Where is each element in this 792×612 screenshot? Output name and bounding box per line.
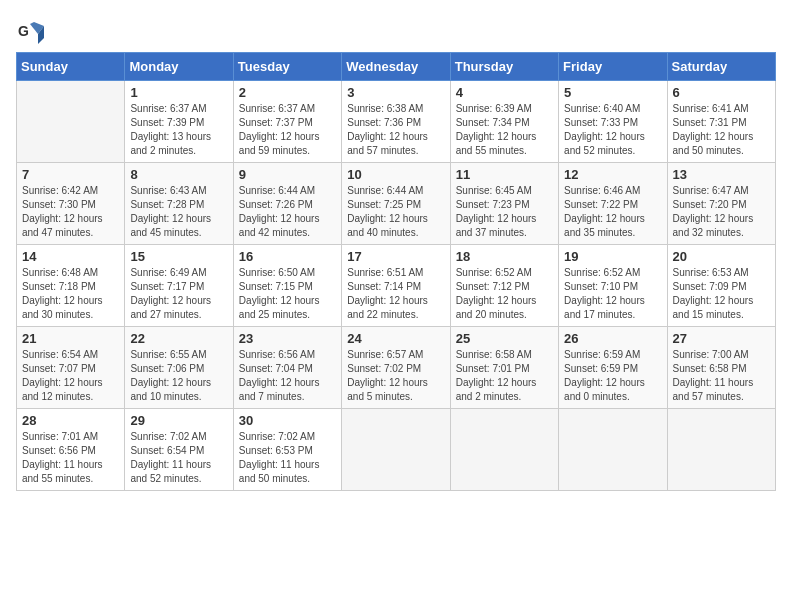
day-number: 12 [564,167,661,182]
calendar-cell: 26 Sunrise: 6:59 AM Sunset: 6:59 PM Dayl… [559,327,667,409]
sunrise-text: Sunrise: 7:00 AM [673,349,749,360]
sunset-text: Sunset: 7:33 PM [564,117,638,128]
daylight-text: Daylight: 12 hours and 55 minutes. [456,131,537,156]
calendar-cell: 5 Sunrise: 6:40 AM Sunset: 7:33 PM Dayli… [559,81,667,163]
daylight-text: Daylight: 12 hours and 40 minutes. [347,213,428,238]
daylight-text: Daylight: 12 hours and 30 minutes. [22,295,103,320]
calendar-cell: 3 Sunrise: 6:38 AM Sunset: 7:36 PM Dayli… [342,81,450,163]
sunrise-text: Sunrise: 6:53 AM [673,267,749,278]
calendar-cell [450,409,558,491]
sunset-text: Sunset: 7:07 PM [22,363,96,374]
day-number: 7 [22,167,119,182]
sunrise-text: Sunrise: 6:43 AM [130,185,206,196]
day-number: 8 [130,167,227,182]
daylight-text: Daylight: 11 hours and 57 minutes. [673,377,754,402]
calendar-cell: 10 Sunrise: 6:44 AM Sunset: 7:25 PM Dayl… [342,163,450,245]
sunrise-text: Sunrise: 7:01 AM [22,431,98,442]
sunrise-text: Sunrise: 6:42 AM [22,185,98,196]
weekday-header-friday: Friday [559,53,667,81]
calendar-cell: 23 Sunrise: 6:56 AM Sunset: 7:04 PM Dayl… [233,327,341,409]
daylight-text: Daylight: 12 hours and 37 minutes. [456,213,537,238]
calendar-cell: 22 Sunrise: 6:55 AM Sunset: 7:06 PM Dayl… [125,327,233,409]
day-number: 18 [456,249,553,264]
daylight-text: Daylight: 12 hours and 52 minutes. [564,131,645,156]
sunset-text: Sunset: 6:54 PM [130,445,204,456]
day-number: 5 [564,85,661,100]
day-info: Sunrise: 7:00 AM Sunset: 6:58 PM Dayligh… [673,348,770,404]
calendar-cell: 28 Sunrise: 7:01 AM Sunset: 6:56 PM Dayl… [17,409,125,491]
weekday-header-row: SundayMondayTuesdayWednesdayThursdayFrid… [17,53,776,81]
day-info: Sunrise: 6:37 AM Sunset: 7:37 PM Dayligh… [239,102,336,158]
calendar-cell: 7 Sunrise: 6:42 AM Sunset: 7:30 PM Dayli… [17,163,125,245]
day-info: Sunrise: 6:59 AM Sunset: 6:59 PM Dayligh… [564,348,661,404]
daylight-text: Daylight: 12 hours and 7 minutes. [239,377,320,402]
sunset-text: Sunset: 7:26 PM [239,199,313,210]
sunset-text: Sunset: 7:12 PM [456,281,530,292]
sunrise-text: Sunrise: 6:39 AM [456,103,532,114]
day-number: 21 [22,331,119,346]
sunrise-text: Sunrise: 6:44 AM [347,185,423,196]
page-header: G [16,16,776,44]
day-info: Sunrise: 6:43 AM Sunset: 7:28 PM Dayligh… [130,184,227,240]
sunset-text: Sunset: 7:22 PM [564,199,638,210]
sunrise-text: Sunrise: 6:45 AM [456,185,532,196]
sunset-text: Sunset: 7:01 PM [456,363,530,374]
day-info: Sunrise: 6:52 AM Sunset: 7:12 PM Dayligh… [456,266,553,322]
daylight-text: Daylight: 12 hours and 35 minutes. [564,213,645,238]
sunset-text: Sunset: 7:06 PM [130,363,204,374]
calendar-cell: 19 Sunrise: 6:52 AM Sunset: 7:10 PM Dayl… [559,245,667,327]
calendar-cell: 4 Sunrise: 6:39 AM Sunset: 7:34 PM Dayli… [450,81,558,163]
day-number: 23 [239,331,336,346]
day-number: 4 [456,85,553,100]
sunset-text: Sunset: 7:02 PM [347,363,421,374]
calendar-cell: 2 Sunrise: 6:37 AM Sunset: 7:37 PM Dayli… [233,81,341,163]
sunrise-text: Sunrise: 7:02 AM [239,431,315,442]
sunrise-text: Sunrise: 6:52 AM [456,267,532,278]
sunset-text: Sunset: 7:31 PM [673,117,747,128]
daylight-text: Daylight: 12 hours and 42 minutes. [239,213,320,238]
weekday-header-tuesday: Tuesday [233,53,341,81]
calendar-cell: 15 Sunrise: 6:49 AM Sunset: 7:17 PM Dayl… [125,245,233,327]
sunset-text: Sunset: 6:58 PM [673,363,747,374]
calendar-week-row: 28 Sunrise: 7:01 AM Sunset: 6:56 PM Dayl… [17,409,776,491]
calendar-cell [559,409,667,491]
sunrise-text: Sunrise: 6:50 AM [239,267,315,278]
day-number: 28 [22,413,119,428]
sunrise-text: Sunrise: 6:52 AM [564,267,640,278]
sunset-text: Sunset: 7:09 PM [673,281,747,292]
daylight-text: Daylight: 12 hours and 0 minutes. [564,377,645,402]
calendar-cell: 17 Sunrise: 6:51 AM Sunset: 7:14 PM Dayl… [342,245,450,327]
sunrise-text: Sunrise: 7:02 AM [130,431,206,442]
sunrise-text: Sunrise: 6:49 AM [130,267,206,278]
day-number: 30 [239,413,336,428]
sunset-text: Sunset: 7:39 PM [130,117,204,128]
sunset-text: Sunset: 7:25 PM [347,199,421,210]
day-info: Sunrise: 6:52 AM Sunset: 7:10 PM Dayligh… [564,266,661,322]
sunset-text: Sunset: 7:10 PM [564,281,638,292]
weekday-header-sunday: Sunday [17,53,125,81]
sunset-text: Sunset: 7:23 PM [456,199,530,210]
sunrise-text: Sunrise: 6:58 AM [456,349,532,360]
daylight-text: Daylight: 12 hours and 20 minutes. [456,295,537,320]
calendar-table: SundayMondayTuesdayWednesdayThursdayFrid… [16,52,776,491]
day-number: 14 [22,249,119,264]
day-number: 19 [564,249,661,264]
day-info: Sunrise: 6:46 AM Sunset: 7:22 PM Dayligh… [564,184,661,240]
sunset-text: Sunset: 6:59 PM [564,363,638,374]
daylight-text: Daylight: 12 hours and 57 minutes. [347,131,428,156]
sunset-text: Sunset: 7:14 PM [347,281,421,292]
svg-text:G: G [18,23,29,39]
day-info: Sunrise: 6:47 AM Sunset: 7:20 PM Dayligh… [673,184,770,240]
day-number: 6 [673,85,770,100]
day-info: Sunrise: 6:44 AM Sunset: 7:25 PM Dayligh… [347,184,444,240]
daylight-text: Daylight: 11 hours and 55 minutes. [22,459,103,484]
daylight-text: Daylight: 12 hours and 22 minutes. [347,295,428,320]
sunrise-text: Sunrise: 6:47 AM [673,185,749,196]
sunrise-text: Sunrise: 6:48 AM [22,267,98,278]
day-number: 1 [130,85,227,100]
day-number: 25 [456,331,553,346]
sunset-text: Sunset: 7:20 PM [673,199,747,210]
calendar-cell: 18 Sunrise: 6:52 AM Sunset: 7:12 PM Dayl… [450,245,558,327]
daylight-text: Daylight: 12 hours and 17 minutes. [564,295,645,320]
calendar-cell: 13 Sunrise: 6:47 AM Sunset: 7:20 PM Dayl… [667,163,775,245]
